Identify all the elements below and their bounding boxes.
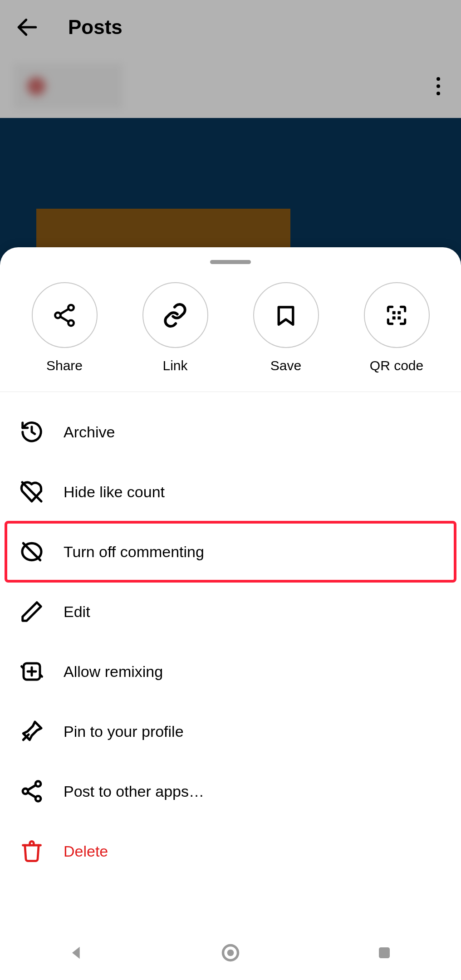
share-icon — [51, 302, 78, 328]
menu-item-hide-likes[interactable]: Hide like count — [0, 462, 461, 522]
svg-line-21 — [28, 793, 36, 798]
quick-action-qr[interactable]: QR code — [356, 282, 437, 373]
svg-rect-7 — [397, 311, 401, 314]
trash-icon — [18, 838, 45, 865]
remix-icon — [18, 658, 45, 685]
svg-line-20 — [28, 785, 36, 790]
quick-action-label: QR code — [370, 358, 423, 373]
bookmark-icon — [274, 303, 298, 328]
quick-action-share[interactable]: Share — [24, 282, 105, 373]
quick-action-save[interactable]: Save — [245, 282, 327, 373]
nav-home-button[interactable] — [217, 939, 244, 966]
quick-actions-row: Share Link Save QR code — [0, 278, 461, 392]
svg-rect-9 — [397, 316, 401, 319]
comment-off-icon — [18, 538, 45, 565]
menu-item-pin[interactable]: Pin to your profile — [0, 701, 461, 761]
link-icon — [162, 302, 188, 328]
svg-rect-24 — [379, 947, 390, 958]
svg-line-4 — [60, 309, 69, 314]
svg-rect-6 — [392, 311, 396, 314]
edit-icon — [18, 598, 45, 625]
svg-line-5 — [60, 316, 69, 321]
menu-item-label: Edit — [64, 603, 90, 621]
qr-icon — [384, 303, 409, 328]
quick-action-label: Save — [270, 358, 301, 373]
share-alt-icon — [18, 778, 45, 805]
menu-item-label: Turn off commenting — [64, 543, 204, 561]
menu-item-turn-off-commenting[interactable]: Turn off commenting — [5, 522, 456, 582]
quick-action-link[interactable]: Link — [134, 282, 216, 373]
sheet-grabber[interactable] — [210, 260, 251, 264]
quick-action-label: Share — [46, 358, 83, 373]
archive-icon — [18, 418, 45, 446]
menu-item-label: Allow remixing — [64, 663, 163, 681]
menu-item-label: Post to other apps… — [64, 783, 204, 800]
menu-list: Archive Hide like count Turn off comment… — [0, 392, 461, 891]
menu-item-allow-remixing[interactable]: Allow remixing — [0, 642, 461, 701]
menu-item-archive[interactable]: Archive — [0, 402, 461, 462]
menu-item-label: Hide like count — [64, 483, 165, 501]
svg-point-23 — [227, 950, 234, 956]
system-nav-bar — [0, 926, 461, 980]
heart-off-icon — [18, 478, 45, 505]
menu-item-post-other-apps[interactable]: Post to other apps… — [0, 761, 461, 821]
nav-recents-button[interactable] — [371, 939, 398, 966]
svg-rect-8 — [392, 316, 396, 319]
pin-icon — [18, 718, 45, 745]
menu-item-label: Delete — [64, 843, 108, 860]
action-sheet: Share Link Save QR code — [0, 247, 461, 980]
menu-item-label: Archive — [64, 423, 115, 441]
menu-item-delete[interactable]: Delete — [0, 821, 461, 881]
menu-item-edit[interactable]: Edit — [0, 582, 461, 642]
quick-action-label: Link — [162, 358, 187, 373]
menu-item-label: Pin to your profile — [64, 723, 184, 740]
nav-back-button[interactable] — [63, 939, 90, 966]
